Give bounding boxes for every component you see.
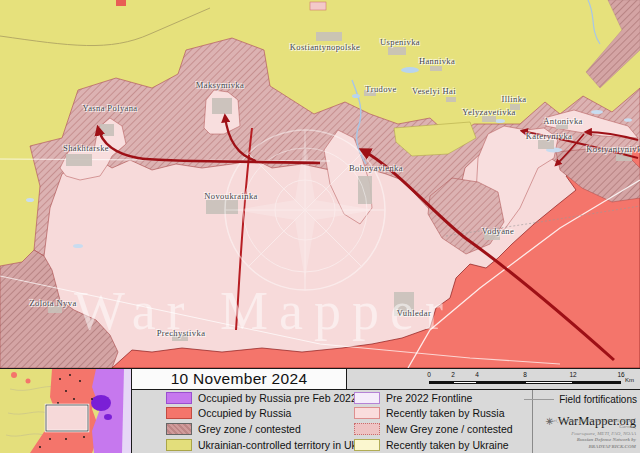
map-date: 10 November 2024 xyxy=(171,370,308,388)
scale-box: 02481216Km xyxy=(347,369,640,390)
scale-tick: 16 xyxy=(617,371,624,378)
scale-tick: 4 xyxy=(475,371,479,378)
town-label-hannivka: Hannivka xyxy=(419,56,455,66)
scale-bar: 02481216Km xyxy=(347,369,640,389)
legend-swatch-frontline xyxy=(354,392,380,404)
legend-label: Ukrainian-controlled territory in Ukrain… xyxy=(198,439,380,451)
legend-label: Pre 2022 Frontline xyxy=(386,392,472,404)
legend-swatch-greyzone xyxy=(166,423,192,435)
legend-item-occupied: Occupied by Russia xyxy=(166,407,380,420)
legend-label: Occupied by Russia pre Feb 2022 xyxy=(198,392,357,404)
legend-swatch-recent-ru xyxy=(354,407,380,419)
legend: Occupied by Russia pre Feb 2022Occupied … xyxy=(132,390,532,453)
map-credits: Esri, Intermap, NASA, NGA, USGS, HERE, G… xyxy=(533,418,636,451)
scale-tick: 0 xyxy=(427,371,431,378)
legend-column-1: Occupied by Russia pre Feb 2022Occupied … xyxy=(166,391,380,453)
legend-swatch-new-grey xyxy=(354,423,380,435)
date-box: 10 November 2024 xyxy=(132,369,347,390)
scale-segment xyxy=(525,381,573,384)
town-label-prechystivka: Prechystivka xyxy=(157,328,206,338)
legend-item-recent-ru: Recently taken by Russia xyxy=(354,407,513,420)
legend-swatch-ukraine xyxy=(166,439,192,451)
battle-map: War Mapper KostiantynopolskeUspenivkaHan… xyxy=(0,0,640,368)
legend-item-greyzone: Grey zone / contested xyxy=(166,423,380,436)
scale-tick: 2 xyxy=(451,371,455,378)
legend-item-new-grey: New Grey zone / contested xyxy=(354,423,513,436)
town-label-yasna-polyana: Yasna Polyana xyxy=(82,103,137,113)
legend-swatch-occupied xyxy=(166,407,192,419)
town-label-veselyi-hai: Veselyi Hai xyxy=(412,86,456,96)
credit-line: Esri, Intermap, NASA, NGA, USGS, HERE, G… xyxy=(533,418,636,431)
town-label-kostiantynopolske: Kostiantynopolske xyxy=(290,42,361,52)
town-label-shakhtarske: Shakhtarske xyxy=(63,143,109,153)
compass-watermark xyxy=(225,130,385,290)
overview-minimap xyxy=(0,369,132,453)
legend-item-ukraine: Ukrainian-controlled territory in Ukrain… xyxy=(166,438,380,451)
town-label-trudove: Trudove xyxy=(365,84,396,94)
field-fortifications-legend: Field fortifications xyxy=(524,394,637,405)
town-label-kostyantynivka: Kostyantynivka xyxy=(586,144,640,154)
scale-segment xyxy=(453,381,477,384)
legend-swatch-pre2022 xyxy=(166,392,192,404)
town-label-yelyzavetivka: Yelyzavetivka xyxy=(462,107,515,117)
legend-column-2: Pre 2022 FrontlineRecently taken by Russ… xyxy=(354,391,513,453)
legend-label: Grey zone / contested xyxy=(198,423,301,435)
scale-segment xyxy=(573,381,621,384)
town-label-zolota-nyva: Zolota Nyva xyxy=(29,298,76,308)
legend-item-recent-ua: Recently taken by Ukraine xyxy=(354,438,513,451)
town-label-vuhledar: Vuhledar xyxy=(397,308,431,318)
minimap-canvas xyxy=(0,369,132,453)
scale-tick: 12 xyxy=(569,371,576,378)
town-label-katerynivka: Katerynivka xyxy=(526,131,572,141)
scale-unit: Km xyxy=(625,377,634,383)
legend-label: Recently taken by Russia xyxy=(386,407,504,419)
town-label-antonivka: Antonivka xyxy=(543,116,582,126)
town-label-bohoyavlenka: Bohoyavlenka xyxy=(349,163,403,173)
town-label-vodyane: Vodyane xyxy=(482,226,514,236)
town-label-illinka: Illinka xyxy=(502,94,527,104)
town-label-uspenivka: Uspenivka xyxy=(380,37,420,47)
town-label-novoukrainka: Novoukrainka xyxy=(204,191,257,201)
legend-swatch-recent-ua xyxy=(354,439,380,451)
legend-label: Recently taken by Ukraine xyxy=(386,439,509,451)
map-canvas xyxy=(0,0,640,368)
minimap-extent-rect xyxy=(46,405,88,431)
legend-item-pre2022: Occupied by Russia pre Feb 2022 xyxy=(166,391,380,404)
legend-label: New Grey zone / contested xyxy=(386,423,513,435)
town-label-maksymivka: Maksymivka xyxy=(196,80,244,90)
credit-line: Russian Defense Network by BRADYAFRICK.C… xyxy=(533,437,636,450)
info-panel: 10 November 2024 02481216Km Occupied by … xyxy=(0,368,640,453)
scale-segment xyxy=(477,381,525,384)
fortification-line-symbol xyxy=(524,399,554,400)
fortification-label: Field fortifications xyxy=(559,394,637,405)
scale-segment xyxy=(429,381,453,384)
scale-tick: 8 xyxy=(523,371,527,378)
branding-column: Field fortifications ✳ WarMapper.org Esr… xyxy=(532,390,640,453)
legend-item-frontline: Pre 2022 Frontline xyxy=(354,391,513,404)
legend-label: Occupied by Russia xyxy=(198,407,291,419)
